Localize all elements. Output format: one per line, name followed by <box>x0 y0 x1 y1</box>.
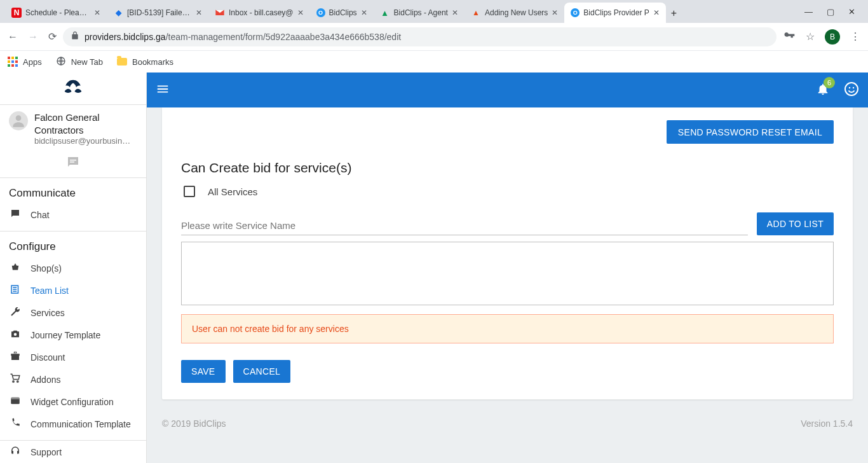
sidebar-message-icon[interactable] <box>0 151 146 178</box>
sidebar-item-chat[interactable]: Chat <box>0 204 146 226</box>
sidebar-item-label: Team List <box>31 286 69 296</box>
sidebar-item-team-list[interactable]: Team List <box>0 279 146 301</box>
apps-icon <box>8 57 18 67</box>
favicon-bidclips: O <box>571 8 580 17</box>
bk-label: New Tab <box>71 57 103 67</box>
service-list-box[interactable] <box>181 242 834 305</box>
close-icon[interactable]: ✕ <box>94 8 100 17</box>
sidebar-item-journey[interactable]: Journey Template <box>0 324 146 346</box>
newtab-shortcut[interactable]: New Tab <box>56 56 103 68</box>
add-to-list-button[interactable]: ADD TO LIST <box>757 212 834 235</box>
sidebar-logo[interactable] <box>0 73 146 105</box>
tabs-container: N Schedule - Pleasan ✕ ◆ [BID-5139] Fail… <box>5 0 793 23</box>
new-tab-button[interactable]: + <box>666 8 682 23</box>
tab-title: BidClips Provider P <box>583 8 649 17</box>
key-icon[interactable] <box>783 29 796 45</box>
gift-icon <box>9 350 22 364</box>
company-name: Falcon General Contractors <box>34 111 137 136</box>
back-button[interactable]: ← <box>8 31 18 43</box>
svg-point-4 <box>14 333 17 336</box>
tab-schedule[interactable]: N Schedule - Pleasan ✕ <box>5 3 107 23</box>
favicon-help: ▲ <box>471 8 481 18</box>
send-password-reset-button[interactable]: SEND PASSWORD RESET EMAIL <box>667 120 834 144</box>
sidebar: Falcon General Contractors bidclipsuser@… <box>0 73 147 463</box>
kebab-menu-icon[interactable]: ⋮ <box>850 31 860 43</box>
sidebar-item-shops[interactable]: Shop(s) <box>0 257 146 279</box>
hamburger-icon[interactable] <box>156 82 170 99</box>
close-icon[interactable]: ✕ <box>196 8 202 17</box>
widget-icon <box>9 395 22 408</box>
folder-icon <box>117 58 127 66</box>
section-communicate: Communicate <box>0 178 146 204</box>
window-controls: ― ▢ ✕ <box>793 7 863 23</box>
save-button[interactable]: SAVE <box>181 360 226 383</box>
favicon-bidclips: O <box>316 8 325 17</box>
tab-jira[interactable]: ◆ [BID-5139] Failed T ✕ <box>107 3 208 23</box>
form-card: SEND PASSWORD RESET EMAIL Can Create bid… <box>162 107 853 399</box>
bk-label: Apps <box>23 57 42 67</box>
sidebar-item-comm-template[interactable]: Communication Template <box>0 413 146 435</box>
star-icon[interactable]: ☆ <box>806 31 815 43</box>
svg-point-1 <box>16 115 22 121</box>
svg-rect-6 <box>11 397 20 399</box>
tab-bidclips[interactable]: O BidClips ✕ <box>310 3 374 23</box>
close-icon[interactable]: ✕ <box>297 8 304 17</box>
cart-icon <box>9 373 22 386</box>
page-footer: © 2019 BidClips Version 1.5.4 <box>147 412 868 439</box>
profile-avatar[interactable]: B <box>825 29 840 45</box>
sidebar-item-discount[interactable]: Discount <box>0 346 146 368</box>
sidebar-item-label: Support <box>31 447 62 457</box>
close-icon[interactable]: ✕ <box>552 8 558 17</box>
sidebar-item-support[interactable]: Support <box>0 441 146 463</box>
reload-button[interactable]: ⟳ <box>48 31 57 43</box>
favicon-netflix: N <box>11 8 22 18</box>
apps-shortcut[interactable]: Apps <box>8 57 42 67</box>
checkbox-label: All Services <box>208 186 257 197</box>
close-icon[interactable]: ✕ <box>361 8 367 17</box>
close-button[interactable]: ✕ <box>848 7 855 17</box>
sidebar-item-label: Shop(s) <box>31 263 62 273</box>
url-input[interactable]: providers.bidclips.ga/team-management/fo… <box>63 27 776 46</box>
phone-icon <box>9 417 22 431</box>
notifications-button[interactable]: 6 <box>816 82 830 99</box>
sidebar-item-label: Communication Template <box>31 419 131 429</box>
tab-adding-users[interactable]: ▲ Adding New Users ✕ <box>465 3 564 23</box>
tab-agent[interactable]: ▴ BidClips - Agent ✕ <box>374 3 465 23</box>
globe-icon <box>56 56 66 68</box>
content-scroll[interactable]: SEND PASSWORD RESET EMAIL Can Create bid… <box>147 107 868 463</box>
url-host: providers.bidclips.ga <box>85 32 166 42</box>
notification-badge: 6 <box>824 77 835 88</box>
cancel-button[interactable]: CANCEL <box>233 360 291 383</box>
lock-icon <box>71 31 79 42</box>
tab-title: Inbox - bill.casey@ <box>229 8 294 17</box>
tab-provider[interactable]: O BidClips Provider P ✕ <box>564 3 665 23</box>
bk-label: Bookmarks <box>132 57 173 67</box>
camera-icon <box>9 328 22 342</box>
tab-gmail[interactable]: Inbox - bill.casey@ ✕ <box>208 3 310 23</box>
warning-banner: User can not create bid for any services <box>181 314 834 343</box>
falcon-logo-icon <box>60 78 86 99</box>
sidebar-item-label: Journey Template <box>31 330 100 340</box>
address-bar: ← → ⟳ providers.bidclips.ga/team-managem… <box>0 23 868 51</box>
bookmarks-bar: Apps New Tab Bookmarks <box>0 51 868 73</box>
sidebar-item-addons[interactable]: Addons <box>0 368 146 390</box>
svg-point-7 <box>845 83 858 95</box>
tab-title: Adding New Users <box>485 8 548 17</box>
all-services-checkbox[interactable] <box>184 186 195 197</box>
forward-button[interactable]: → <box>28 31 38 43</box>
service-name-input[interactable] <box>181 216 748 235</box>
avatar-icon <box>9 111 28 130</box>
main-area: 6 SEND PASSWORD RESET EMAIL Can Create b… <box>147 73 868 463</box>
sidebar-item-services[interactable]: Services <box>0 301 146 324</box>
close-icon[interactable]: ✕ <box>452 8 458 17</box>
minimize-button[interactable]: ― <box>804 7 813 17</box>
section-configure: Configure <box>0 232 146 257</box>
close-icon[interactable]: ✕ <box>653 8 660 17</box>
favicon-gmail <box>215 8 225 18</box>
user-menu-icon[interactable] <box>844 81 859 99</box>
app-topbar: 6 <box>147 73 868 107</box>
svg-rect-2 <box>70 160 76 161</box>
sidebar-item-widget[interactable]: Widget Configuration <box>0 390 146 413</box>
bookmarks-folder[interactable]: Bookmarks <box>117 57 173 67</box>
maximize-button[interactable]: ▢ <box>827 7 834 17</box>
